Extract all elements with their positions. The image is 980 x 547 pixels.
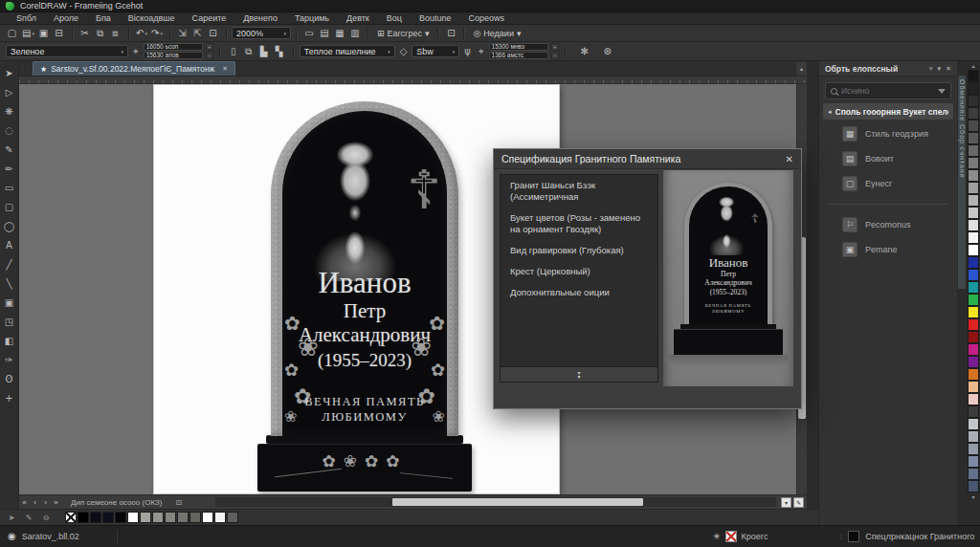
specification-list-item[interactable]: Букет цветов (Розы - заменено на орнамен… (501, 208, 657, 240)
position-steppers[interactable]: +− (206, 43, 213, 59)
import-icon[interactable]: ⇲ (175, 26, 190, 40)
pin-icon[interactable]: ▾ (938, 65, 942, 73)
gear-icon[interactable]: ✻ (577, 44, 592, 58)
decrement-button[interactable]: − (206, 52, 213, 59)
outline-color-swatch[interactable] (848, 531, 859, 542)
palette-swatch[interactable] (968, 169, 979, 182)
document-palette-swatch[interactable] (152, 512, 164, 523)
docker-section-header[interactable]: ◂ Споль гооорння Вукет спелонженчнык (823, 103, 953, 120)
palette-swatch[interactable] (968, 480, 979, 492)
text-tool-icon[interactable]: A (1, 235, 18, 254)
collapse-icon[interactable]: » (929, 65, 933, 73)
snap-corner-icon[interactable]: ▙ (256, 44, 272, 58)
ellipse-tool-icon[interactable]: ◯ (1, 216, 18, 235)
options-icon[interactable]: ⊛ (600, 44, 615, 58)
document-palette-swatch[interactable] (214, 512, 226, 523)
remove-color-icon[interactable]: ⊖ (40, 514, 52, 522)
palette-swatch[interactable] (968, 82, 979, 95)
menu-item[interactable]: Тарцимь (286, 13, 338, 23)
frame-button[interactable]: ⊡ (443, 26, 458, 40)
specification-list-item[interactable]: Вид гравировки (Глубокая) (501, 240, 657, 261)
palette-swatch[interactable] (968, 95, 979, 107)
document-palette-swatch[interactable] (115, 512, 126, 523)
decrement-button[interactable]: − (551, 52, 559, 59)
docker-item[interactable]: ▤ Вовоит (819, 146, 957, 171)
menu-item[interactable]: Двенепо (234, 13, 286, 23)
menu-item[interactable]: Воц (378, 13, 411, 23)
publish-icon[interactable]: ⊡ (206, 26, 221, 40)
eyedropper-tool-icon[interactable]: ʘ (1, 369, 18, 388)
no-fill-swatch[interactable] (725, 531, 737, 542)
close-icon[interactable]: ✕ (946, 65, 951, 73)
eyedropper-icon[interactable]: ✎ (23, 514, 34, 522)
palette-swatch[interactable] (968, 269, 979, 281)
docker-item[interactable]: ▦ Стиль геодэрия (819, 121, 957, 146)
menu-item[interactable]: Boutune (411, 13, 460, 23)
palette-swatch[interactable] (968, 120, 979, 132)
page-grid-icon[interactable]: ⊡ (175, 498, 182, 507)
powerclip-tool-icon[interactable]: ◳ (1, 312, 18, 331)
palette-swatch[interactable] (968, 318, 979, 331)
document-palette-swatch[interactable] (78, 512, 89, 523)
presets-dropdown[interactable]: ⊞ Еагсгрес ▾ (373, 29, 433, 38)
specification-list-item[interactable]: Крест (Церковный) (501, 261, 657, 282)
document-palette-swatch[interactable] (227, 512, 238, 523)
increment-button[interactable]: + (206, 43, 213, 51)
grid-rows-view-icon[interactable]: ▥ (347, 26, 363, 40)
next-page-button[interactable]: › (40, 498, 51, 507)
welcome-dropdown[interactable]: ◎ Недаии ▾ (469, 29, 524, 38)
new-document-icon[interactable]: ▢ (5, 26, 20, 40)
palette-swatch[interactable] (968, 219, 979, 231)
list-scroll-down-button[interactable]: ▾ ▾ (500, 367, 658, 383)
no-color-swatch[interactable] (65, 512, 77, 523)
rounded-rectangle-tool-icon[interactable]: ▢ (1, 197, 18, 216)
palette-swatch[interactable] (968, 107, 979, 120)
palette-swatch[interactable] (968, 294, 979, 306)
palette-swatch[interactable] (968, 468, 979, 480)
menu-item[interactable]: Sпбл (8, 13, 45, 23)
scroll-up-button[interactable]: ▴ (795, 62, 807, 76)
document-palette-swatch[interactable] (140, 512, 151, 523)
position-x-field[interactable]: 16050 ьсоп (144, 43, 203, 51)
last-page-button[interactable]: » (51, 498, 61, 507)
palette-swatch[interactable] (968, 343, 979, 356)
docker-search[interactable] (825, 82, 951, 99)
palette-swatch[interactable] (968, 455, 979, 468)
open-icon[interactable]: ▤▾ (20, 26, 36, 40)
palette-swatch[interactable] (968, 306, 979, 318)
menu-item[interactable]: Сореоws (460, 13, 514, 23)
brush-tool-icon[interactable]: ✑ (1, 350, 18, 369)
close-icon[interactable]: ✕ (786, 154, 793, 164)
shape-tool-icon[interactable]: ▷ (1, 82, 18, 101)
menu-item[interactable]: Ароле (45, 13, 87, 23)
artistic-media-tool-icon[interactable]: ✏ (1, 159, 18, 178)
palette-swatch[interactable] (968, 194, 979, 207)
quick-edit-button[interactable]: ✎ (793, 497, 804, 508)
specification-list-item[interactable]: Допохнитвльные оиции (501, 282, 657, 303)
palette-swatch[interactable] (968, 381, 979, 393)
save-icon[interactable]: ▣ (36, 26, 52, 40)
horizontal-scrollbar-thumb[interactable] (392, 498, 643, 506)
knife-tool-icon[interactable]: ❋ (1, 101, 18, 120)
docker-item[interactable]: ⚐ Pecomonus (819, 212, 957, 237)
docker-item[interactable]: ▣ Pemane (819, 237, 957, 262)
zoom-level-select[interactable]: 2000%▾ (232, 27, 291, 39)
palette-swatch[interactable] (968, 144, 979, 157)
specification-list-item[interactable]: Гранит Шаньси Бзэк (Ассиметричная (501, 175, 657, 208)
monument-artwork[interactable]: ☦ Иванов Петр Александрович (1955–2023) … (257, 101, 472, 493)
first-page-button[interactable]: « (19, 498, 30, 507)
freehand-tool-icon[interactable]: ✎ (1, 140, 18, 159)
snap-diagonal-icon[interactable]: ▚ (272, 44, 287, 58)
increment-button[interactable]: + (551, 43, 559, 51)
search-input[interactable] (841, 86, 934, 96)
palette-swatch[interactable] (968, 430, 979, 443)
position-y-field[interactable]: 15630 апов (144, 52, 203, 59)
add-tool-icon[interactable]: + (1, 388, 18, 407)
size-fields[interactable]: 15300 мнвз 1366 амстс (489, 43, 548, 59)
outline-width-select[interactable]: Sbw▾ (412, 45, 459, 57)
preset-select[interactable]: Зеленое▾ (6, 45, 128, 57)
rectangle-tool-icon[interactable]: ▭ (1, 178, 18, 197)
palette-swatch[interactable] (968, 356, 979, 368)
menu-item[interactable]: Сареите (184, 13, 235, 23)
document-palette-swatch[interactable] (90, 512, 101, 523)
